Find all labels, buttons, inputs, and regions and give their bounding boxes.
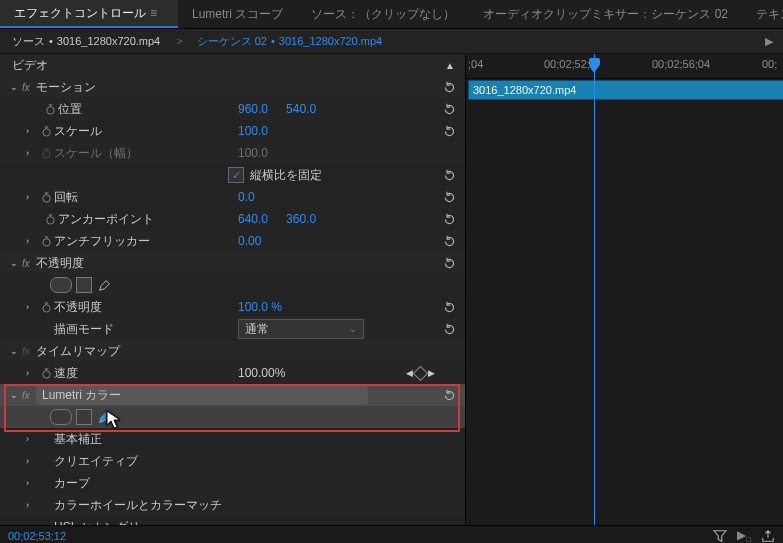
reset-icon[interactable] xyxy=(441,299,457,315)
effect-lumetri-color[interactable]: ⌄ fx Lumetri カラー xyxy=(0,384,465,406)
chevron-right-icon: > xyxy=(176,35,182,47)
stopwatch-icon[interactable] xyxy=(38,299,54,315)
prop-rotation[interactable]: › 回転 0.0 xyxy=(0,186,465,208)
reset-icon[interactable] xyxy=(441,321,457,337)
stopwatch-icon[interactable] xyxy=(38,365,54,381)
twisty-closed-icon[interactable]: › xyxy=(26,236,38,246)
reset-icon[interactable] xyxy=(441,255,457,271)
export-icon[interactable] xyxy=(761,529,775,543)
lumetri-section-hsl[interactable]: › HSL セカンダリ xyxy=(0,516,465,525)
lumetri-section-creative[interactable]: › クリエイティブ xyxy=(0,450,465,472)
reset-icon[interactable] xyxy=(441,387,457,403)
twisty-closed-icon[interactable]: › xyxy=(26,478,38,488)
prop-blend-mode[interactable]: › 描画モード 通常 ⌄ xyxy=(0,318,465,340)
twisty-closed-icon[interactable]: › xyxy=(26,434,38,444)
value[interactable]: 100.0 % xyxy=(238,300,282,314)
stopwatch-icon[interactable] xyxy=(42,101,58,117)
rect-mask-icon[interactable] xyxy=(76,277,92,293)
prop-anchor-point[interactable]: アンカーポイント 640.0 360.0 xyxy=(0,208,465,230)
value-x[interactable]: 640.0 xyxy=(238,212,268,226)
tab-audio-mixer[interactable]: オーディオクリップミキサー：シーケンス 02 xyxy=(469,0,742,28)
reset-icon[interactable] xyxy=(441,101,457,117)
twisty-closed-icon[interactable]: › xyxy=(26,302,38,312)
svg-point-0 xyxy=(46,106,53,113)
panel-menu-icon[interactable]: ≡ xyxy=(146,6,164,20)
stopwatch-icon[interactable] xyxy=(38,233,54,249)
twisty-open-icon[interactable]: ⌄ xyxy=(10,346,22,356)
value[interactable]: 100.0 xyxy=(238,124,268,138)
twisty-open-icon[interactable]: ⌄ xyxy=(10,82,22,92)
effect-opacity[interactable]: ⌄ fx 不透明度 xyxy=(0,252,465,274)
fx-badge-icon[interactable]: fx xyxy=(22,346,36,357)
rect-mask-icon[interactable] xyxy=(76,409,92,425)
checkbox[interactable] xyxy=(228,167,244,183)
source-label: ソース xyxy=(12,34,45,49)
filter-icon[interactable] xyxy=(713,529,727,543)
fx-badge-icon[interactable]: fx xyxy=(22,82,36,93)
lumetri-section-curves[interactable]: › カーブ xyxy=(0,472,465,494)
play-icon[interactable]: ▶ xyxy=(765,35,773,48)
twisty-closed-icon[interactable]: › xyxy=(26,500,38,510)
reset-icon[interactable] xyxy=(441,211,457,227)
twisty-open-icon[interactable]: ⌄ xyxy=(10,390,22,400)
add-keyframe-icon[interactable] xyxy=(413,365,429,381)
tab-source[interactable]: ソース：（クリップなし） xyxy=(297,0,469,28)
prop-scale[interactable]: › スケール 100.0 xyxy=(0,120,465,142)
tab-text[interactable]: テキスト xyxy=(742,0,783,28)
stopwatch-icon[interactable] xyxy=(42,211,58,227)
prop-opacity-value[interactable]: › 不透明度 100.0 % xyxy=(0,296,465,318)
current-timecode[interactable]: 00;02;53;12 xyxy=(8,530,66,542)
twisty-closed-icon[interactable]: › xyxy=(26,456,38,466)
blend-mode-select[interactable]: 通常 ⌄ xyxy=(238,319,364,339)
twisty-closed-icon[interactable]: › xyxy=(26,192,38,202)
value-x[interactable]: 960.0 xyxy=(238,102,268,116)
reset-icon[interactable] xyxy=(441,189,457,205)
value[interactable]: 0.0 xyxy=(238,190,255,204)
clip-bar[interactable]: 3016_1280x720.mp4 xyxy=(468,80,783,100)
play-only-icon[interactable]: ▶□ xyxy=(737,528,751,543)
value-y[interactable]: 540.0 xyxy=(286,102,316,116)
lumetri-section-wheels[interactable]: › カラーホイールとカラーマッチ xyxy=(0,494,465,516)
pen-mask-icon[interactable] xyxy=(96,277,112,293)
fx-badge-icon[interactable]: fx xyxy=(22,258,36,269)
ellipse-mask-icon[interactable] xyxy=(50,277,72,293)
reset-icon[interactable] xyxy=(441,233,457,249)
twisty-open-icon[interactable]: ⌄ xyxy=(10,258,22,268)
video-section-header[interactable]: ビデオ ▲ xyxy=(0,54,465,76)
section-label: カラーホイールとカラーマッチ xyxy=(54,497,222,514)
sequence-label[interactable]: シーケンス 02 xyxy=(197,34,267,49)
effect-motion[interactable]: ⌄ fx モーション xyxy=(0,76,465,98)
twisty-closed-icon[interactable]: › xyxy=(26,126,38,136)
effect-timeline[interactable]: ;04 00;02;52;0 00;02;56;04 00; 3016_1280… xyxy=(466,54,783,525)
tab-lumetri-scopes[interactable]: Lumetri スコープ xyxy=(178,0,297,28)
stopwatch-icon[interactable] xyxy=(38,189,54,205)
prop-label: アンチフリッカー xyxy=(54,233,150,250)
ellipse-mask-icon[interactable] xyxy=(50,409,72,425)
twisty-closed-icon[interactable]: › xyxy=(26,522,38,525)
reset-icon[interactable] xyxy=(441,167,457,183)
sequence-clip[interactable]: 3016_1280x720.mp4 xyxy=(279,35,382,47)
value[interactable]: 0.00 xyxy=(238,234,261,248)
next-keyframe-icon[interactable]: ▶ xyxy=(428,368,435,378)
tab-effect-controls[interactable]: エフェクトコントロール ≡ xyxy=(0,0,178,28)
playhead-grip-icon[interactable] xyxy=(589,58,600,66)
prop-uniform-scale[interactable]: 縦横比を固定 xyxy=(0,164,465,186)
time-ruler[interactable]: ;04 00;02;52;0 00;02;56;04 00; xyxy=(466,54,783,79)
collapse-up-icon[interactable]: ▲ xyxy=(445,60,455,71)
lumetri-section-basic[interactable]: › 基本補正 xyxy=(0,428,465,450)
reset-icon[interactable] xyxy=(441,123,457,139)
pen-mask-icon[interactable] xyxy=(96,409,112,425)
svg-point-4 xyxy=(46,216,53,223)
value-y[interactable]: 360.0 xyxy=(286,212,316,226)
chevron-down-icon: ⌄ xyxy=(349,324,357,334)
playhead[interactable] xyxy=(594,54,595,525)
prop-antiflicker[interactable]: › アンチフリッカー 0.00 xyxy=(0,230,465,252)
prop-position[interactable]: 位置 960.0 540.0 xyxy=(0,98,465,120)
twisty-closed-icon[interactable]: › xyxy=(26,368,38,378)
reset-icon[interactable] xyxy=(441,79,457,95)
playhead-head-icon[interactable] xyxy=(589,66,599,73)
fx-badge-icon[interactable]: fx xyxy=(22,390,36,401)
prop-speed[interactable]: › 速度 100.00% ◀ ▶ xyxy=(0,362,465,384)
effect-time-remap[interactable]: ⌄ fx タイムリマップ xyxy=(0,340,465,362)
stopwatch-icon[interactable] xyxy=(38,123,54,139)
